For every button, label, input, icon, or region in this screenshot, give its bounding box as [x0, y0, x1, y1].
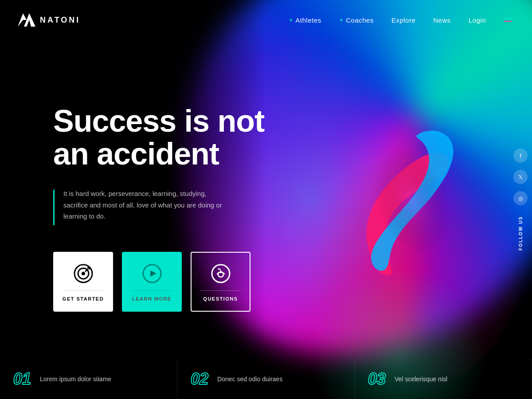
accent-line: [53, 190, 55, 225]
nav-item-athletes[interactable]: ▼ Athletes: [289, 16, 321, 24]
nav-item-login[interactable]: Login: [469, 16, 486, 24]
bottom-ticker: 01 Lorem ipsum dolor sitame 02 Donec sed…: [0, 359, 532, 399]
ticker-text-2: Donec sed odio duiraes: [217, 376, 282, 383]
ticker-number-3: 03: [368, 370, 386, 388]
chevron-icon: ▼: [289, 18, 293, 23]
ticker-text-3: Vel scelerisque nisl: [395, 376, 447, 383]
twitter-icon[interactable]: 𝕏: [513, 170, 528, 184]
chevron-icon: ▼: [339, 18, 344, 23]
hero-title: Success is notan accident: [53, 105, 284, 170]
svg-point-4: [82, 272, 85, 275]
ticker-item-2: 02 Donec sed odio duiraes: [177, 359, 355, 399]
logo-icon: [18, 13, 35, 27]
hamburger-menu[interactable]: [504, 18, 514, 22]
hero-description: It is hard work, perseverance, learning,…: [53, 188, 231, 225]
navbar: NATONI ▼ Athletes ▼ Coaches Explore News…: [0, 0, 532, 40]
nav-item-explore[interactable]: Explore: [391, 16, 415, 24]
cta-buttons: GET STARTED LEARN MORE: [53, 252, 284, 312]
ticker-item-1: 01 Lorem ipsum dolor sitame: [0, 359, 177, 399]
nav-item-coaches[interactable]: ▼ Coaches: [339, 16, 374, 24]
headset-icon: [209, 262, 232, 285]
ticker-number-2: 02: [191, 370, 208, 388]
questions-button[interactable]: QUESTIONS: [191, 252, 250, 312]
target-icon: [72, 262, 95, 285]
follow-label: FOLLOW US: [518, 216, 523, 250]
ticker-number-1: 01: [13, 370, 31, 388]
ticker-text-1: Lorem ipsum dolor sitame: [40, 376, 111, 383]
ticker-item-3: 03 Vel scelerisque nisl: [355, 359, 532, 399]
get-started-button[interactable]: GET STARTED: [53, 252, 113, 312]
nav-item-news[interactable]: News: [433, 16, 451, 24]
hero-body-text: It is hard work, perseverance, learning,…: [63, 188, 231, 222]
nav-links: ▼ Athletes ▼ Coaches Explore News Login: [289, 16, 514, 24]
logo-text: NATONI: [40, 16, 80, 25]
hero-content: Success is notan accident It is hard wor…: [0, 0, 319, 399]
social-sidebar: f 𝕏 ◎ FOLLOW US: [509, 140, 532, 259]
svg-point-8: [212, 265, 230, 282]
facebook-icon[interactable]: f: [513, 149, 528, 163]
logo[interactable]: NATONI: [18, 13, 80, 27]
play-icon: [141, 262, 164, 285]
svg-marker-7: [150, 270, 156, 277]
instagram-icon[interactable]: ◎: [513, 191, 528, 205]
learn-more-button[interactable]: LEARN MORE: [122, 252, 182, 312]
